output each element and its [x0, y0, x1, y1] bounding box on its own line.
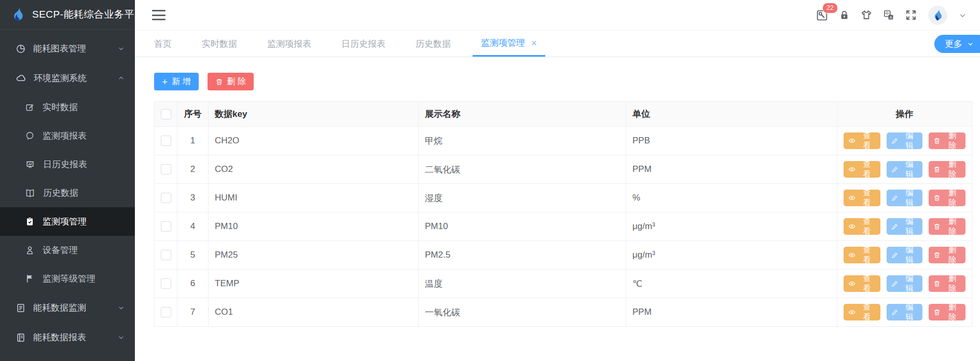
notification-badge: 22: [822, 3, 838, 14]
avatar[interactable]: [928, 6, 947, 25]
translate-icon[interactable]: 中A: [881, 8, 896, 22]
cell-name: 一氧化碳: [419, 298, 626, 327]
sidebar-group-energy-chart-management[interactable]: 能耗图表管理: [0, 34, 135, 63]
row-delete-button[interactable]: 删 除: [929, 190, 965, 206]
trash-icon: [933, 223, 941, 230]
view-button[interactable]: 查 看: [844, 247, 880, 263]
tab-history-data[interactable]: 历史数据: [416, 31, 451, 57]
column-header-key: 数据key: [209, 102, 419, 127]
chevron-up-icon: [118, 75, 125, 82]
edit-button[interactable]: 编 辑: [887, 190, 923, 206]
board-chart-icon: [25, 159, 35, 170]
lock-icon[interactable]: [837, 8, 851, 22]
cell-name: 温度: [419, 270, 626, 298]
sidebar-item-monitor-item-report[interactable]: 监测项报表: [0, 122, 135, 150]
edit-button[interactable]: 编 辑: [887, 247, 923, 263]
edit-button[interactable]: 编 辑: [887, 161, 923, 178]
fullscreen-icon[interactable]: [904, 8, 918, 22]
tab-bar: 首页 实时数据 监测项报表 日历史报表 历史数据 监测项管理 × 更多: [135, 31, 980, 57]
pencil-icon: [891, 138, 898, 144]
row-delete-button[interactable]: 删 除: [929, 132, 965, 149]
row-actions: 查 看 编 辑 删 除: [844, 132, 965, 149]
pencil-icon: [891, 223, 898, 230]
document-list-icon: [16, 332, 26, 343]
sidebar-item-history-data[interactable]: 历史数据: [0, 179, 135, 207]
tool-square-icon[interactable]: 22: [815, 8, 829, 22]
eye-icon: [848, 309, 855, 316]
row-delete-button[interactable]: 删 除: [929, 247, 965, 263]
row-checkbox[interactable]: [161, 221, 171, 232]
toolbar: + 新 增 删 除: [154, 73, 980, 90]
row-delete-button[interactable]: 删 除: [929, 218, 965, 235]
row-delete-button[interactable]: 删 除: [929, 304, 965, 320]
cell-key: PM10: [209, 212, 419, 241]
cell-key: CO1: [209, 298, 419, 327]
trash-icon: [933, 137, 941, 144]
column-header-name: 展示名称: [419, 102, 626, 127]
delete-button[interactable]: 删 除: [208, 73, 254, 90]
table-row: 2 CO2 二氧化碳 PPM 查 看 编 辑 删 除: [155, 155, 972, 184]
tab-monitor-item-management[interactable]: 监测项管理 ×: [473, 31, 545, 57]
tab-home[interactable]: 首页: [154, 31, 172, 57]
cell-unit: ℃: [626, 270, 837, 298]
plus-icon: +: [162, 77, 168, 87]
row-actions: 查 看 编 辑 删 除: [844, 161, 965, 178]
cell-name: PM2.5: [419, 241, 626, 270]
row-checkbox[interactable]: [161, 193, 171, 203]
table-row: 6 TEMP 温度 ℃ 查 看 编 辑 删 除: [155, 270, 972, 298]
top-bar: 22 中A: [135, 0, 980, 31]
sidebar-item-device-management[interactable]: 设备管理: [0, 236, 135, 264]
view-button[interactable]: 查 看: [844, 304, 880, 320]
user-chevron-down-icon[interactable]: [955, 8, 970, 22]
sidebar-item-monitor-level-management[interactable]: 监测等级管理: [0, 264, 135, 293]
add-button[interactable]: + 新 增: [154, 73, 199, 90]
table-row: 7 CO1 一氧化碳 PPM 查 看 编 辑 删 除: [155, 298, 972, 327]
eye-icon: [848, 280, 855, 287]
close-icon[interactable]: ×: [531, 38, 537, 48]
sidebar-group-energy-data-monitoring[interactable]: 能耗数据监测: [0, 293, 135, 323]
cell-index: 2: [177, 155, 209, 184]
sidebar-item-realtime-data[interactable]: 实时数据: [0, 93, 135, 122]
hamburger-menu-icon[interactable]: [152, 10, 165, 20]
eye-icon: [848, 194, 855, 202]
edit-button[interactable]: 编 辑: [887, 304, 923, 320]
flag-icon: [25, 274, 35, 284]
comment-icon: [25, 131, 35, 141]
row-delete-button[interactable]: 删 除: [929, 161, 965, 178]
sidebar-item-daily-history-report[interactable]: 日历史报表: [0, 150, 135, 179]
tab-monitor-item-report[interactable]: 监测项报表: [267, 31, 311, 57]
header-icon-group: 22 中A: [815, 6, 970, 25]
chevron-down-icon: [118, 304, 125, 311]
row-checkbox[interactable]: [161, 278, 171, 289]
cell-unit: PPM: [626, 155, 837, 184]
tab-daily-history-report[interactable]: 日历史报表: [341, 31, 385, 57]
eye-icon: [848, 137, 855, 144]
view-button[interactable]: 查 看: [844, 161, 880, 178]
sidebar-group-energy-data-report[interactable]: 能耗数据报表: [0, 323, 135, 352]
sidebar-group-label: 环境监测系统: [34, 72, 87, 84]
sidebar-menu: 能耗图表管理 环境监测系统 实时数据 监测项报表: [0, 30, 135, 352]
row-checkbox[interactable]: [161, 250, 171, 260]
row-checkbox[interactable]: [161, 136, 171, 146]
edit-button[interactable]: 编 辑: [887, 275, 923, 292]
sidebar-group-environment-monitoring-system[interactable]: 环境监测系统: [0, 63, 135, 93]
select-all-checkbox[interactable]: [161, 109, 171, 119]
row-checkbox[interactable]: [161, 164, 171, 175]
edit-button[interactable]: 编 辑: [887, 132, 923, 149]
more-button[interactable]: 更多: [934, 35, 980, 53]
svg-text:A: A: [889, 15, 892, 20]
edit-button[interactable]: 编 辑: [887, 218, 923, 235]
row-delete-button[interactable]: 删 除: [929, 275, 965, 292]
view-button[interactable]: 查 看: [844, 275, 880, 292]
view-button[interactable]: 查 看: [844, 132, 880, 149]
sidebar-item-monitor-item-management[interactable]: 监测项管理: [0, 207, 135, 236]
view-button[interactable]: 查 看: [844, 218, 880, 235]
row-checkbox[interactable]: [161, 307, 171, 317]
monitor-items-table: 序号 数据key 展示名称 单位 操作 1 CH2O 甲烷 PPB 查 看: [154, 101, 972, 327]
tab-realtime-data[interactable]: 实时数据: [202, 31, 237, 57]
trash-icon: [933, 166, 941, 173]
trash-icon: [215, 78, 223, 86]
theme-shirt-icon[interactable]: [859, 8, 874, 22]
view-button[interactable]: 查 看: [844, 190, 880, 206]
sidebar-item-label: 实时数据: [43, 101, 78, 113]
